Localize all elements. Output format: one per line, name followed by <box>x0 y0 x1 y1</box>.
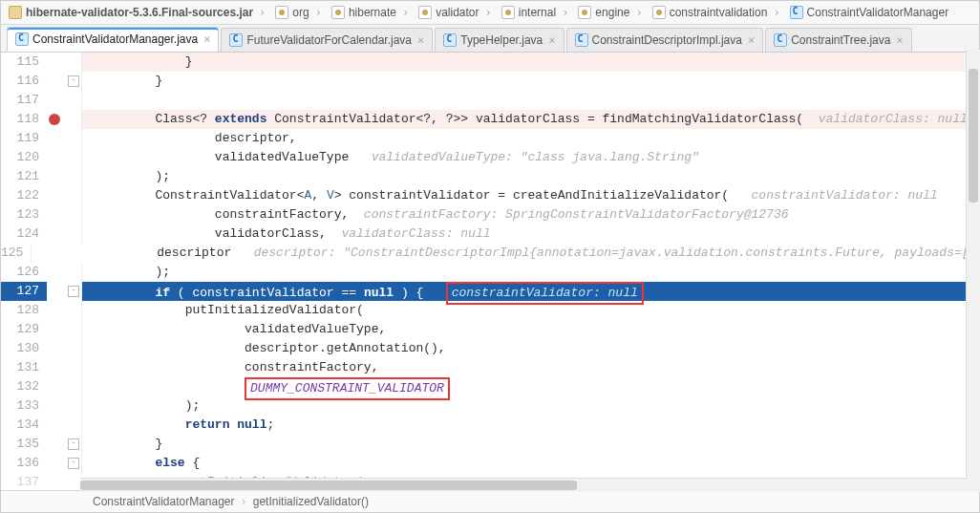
chevron-right-icon: › <box>562 6 568 19</box>
line-number: 132 <box>1 377 47 396</box>
code-line[interactable]: descriptor descriptor: "ConstraintDescri… <box>32 244 979 263</box>
crumb-pkg[interactable]: engine› <box>574 6 648 19</box>
line-number: 129 <box>1 320 47 339</box>
chevron-right-icon: › <box>241 495 247 508</box>
line-number: 124 <box>1 224 47 244</box>
line-number: 131 <box>1 358 47 377</box>
code-line[interactable]: descriptor.getAnnotation(), <box>90 339 979 358</box>
chevron-right-icon: › <box>259 6 266 19</box>
code-line[interactable]: ); <box>90 263 979 282</box>
line-number: 121 <box>1 167 47 186</box>
fold-icon[interactable]: - <box>68 75 79 87</box>
code-line[interactable]: ); <box>90 167 979 186</box>
horizontal-scrollbar[interactable] <box>80 478 967 492</box>
ide-window: hibernate-validator-5.3.6.Final-sources.… <box>0 0 980 513</box>
package-icon <box>275 6 288 19</box>
tab-file[interactable]: FutureValidatorForCalendar.java× <box>221 28 433 52</box>
close-icon[interactable]: × <box>203 32 210 46</box>
status-class[interactable]: ConstraintValidatorManager <box>93 495 235 508</box>
class-icon <box>443 33 457 47</box>
tab-file[interactable]: ConstraintValidatorManager.java× <box>7 27 219 52</box>
code-line[interactable] <box>90 91 979 110</box>
code-line[interactable]: Class<? extends ConstraintValidator<?, ?… <box>90 110 979 129</box>
scrollbar-thumb[interactable] <box>80 481 577 490</box>
crumb-pkg[interactable]: hibernate› <box>328 6 415 19</box>
close-icon[interactable]: × <box>417 33 424 47</box>
code-line[interactable]: else { <box>90 454 979 473</box>
class-icon <box>790 6 803 19</box>
crumb-pkg[interactable]: org› <box>271 6 328 19</box>
class-icon <box>229 33 243 47</box>
line-number: 137 <box>1 473 47 490</box>
crumb-pkg[interactable]: validator› <box>415 6 498 19</box>
inline-hint: constraintFactory: SpringConstraintValid… <box>364 207 789 222</box>
code-line[interactable]: constraintFactory, <box>90 358 979 377</box>
code-line[interactable]: constraintFactory, constraintFactory: Sp… <box>90 205 979 224</box>
line-number: 135 <box>1 435 47 454</box>
class-icon <box>15 32 29 46</box>
code-line[interactable]: validatorClass, validatorClass: null <box>90 224 979 244</box>
line-number: 123 <box>1 205 47 224</box>
class-icon <box>774 33 787 47</box>
line-number: 119 <box>1 129 47 148</box>
fold-icon[interactable]: - <box>68 438 79 450</box>
code-line[interactable]: if ( constraintValidator == null ) { con… <box>90 282 979 301</box>
line-number: 126 <box>1 263 47 282</box>
fold-icon[interactable]: - <box>68 458 79 469</box>
class-icon <box>575 33 588 47</box>
inline-hint: constraintValidator: null <box>452 286 638 300</box>
code-line[interactable]: descriptor, <box>90 129 979 148</box>
chevron-right-icon: › <box>402 6 409 19</box>
tab-file[interactable]: ConstraintTree.java× <box>765 28 912 52</box>
crumb-class[interactable]: ConstraintValidatorManager <box>786 6 953 19</box>
fold-icon[interactable]: - <box>68 286 79 297</box>
code-line[interactable]: DUMMY_CONSTRAINT_VALIDATOR <box>90 377 979 396</box>
package-icon <box>578 6 591 19</box>
code-line[interactable]: } <box>90 72 979 91</box>
package-icon <box>331 6 345 19</box>
code-line[interactable]: validatedValueType validatedValueType: "… <box>90 148 979 167</box>
code-line[interactable]: validatedValueType, <box>90 320 979 339</box>
line-number: 122 <box>1 186 47 205</box>
tab-file[interactable]: ConstraintDescriptorImpl.java× <box>566 28 764 52</box>
line-number: 116 <box>1 72 47 91</box>
editor-tabs: ConstraintValidatorManager.java× FutureV… <box>1 25 979 53</box>
line-number: 127 <box>1 282 47 301</box>
line-number: 117 <box>1 91 47 110</box>
jar-icon <box>9 6 22 19</box>
chevron-right-icon: › <box>773 6 779 19</box>
code-line[interactable]: putInitializedValidator( <box>90 301 979 320</box>
crumb-jar[interactable]: hibernate-validator-5.3.6.Final-sources.… <box>5 6 271 19</box>
code-editor[interactable]: 115 } 116- } 117 118 Class<? extends Con… <box>1 53 979 490</box>
inline-hint: validatorClass: null <box>819 112 968 126</box>
chevron-right-icon: › <box>315 6 322 19</box>
scrollbar-thumb[interactable] <box>969 69 978 203</box>
chevron-right-icon: › <box>635 6 642 19</box>
inline-hint: constraintValidator: null <box>752 188 938 203</box>
inline-hint: descriptor: "ConstraintDescriptorImpl{an… <box>254 246 979 260</box>
code-line[interactable]: ); <box>90 396 979 416</box>
crumb-pkg[interactable]: constraintvalidation› <box>649 6 786 19</box>
line-number: 136 <box>1 454 47 473</box>
code-line[interactable]: return null; <box>90 416 979 435</box>
line-number: 125 <box>1 244 31 263</box>
structure-breadcrumb: ConstraintValidatorManager › getInitiali… <box>1 490 979 512</box>
package-icon <box>652 6 666 19</box>
line-number: 130 <box>1 339 47 358</box>
code-line[interactable]: ConstraintValidator<A, V> constraintVali… <box>90 186 979 205</box>
status-method[interactable]: getInitializedValidator() <box>253 495 369 508</box>
close-icon[interactable]: × <box>548 33 555 47</box>
code-line[interactable]: } <box>90 53 979 72</box>
inline-hint: validatedValueType: "class java.lang.Str… <box>372 150 699 164</box>
line-number: 120 <box>1 148 47 167</box>
close-icon[interactable]: × <box>748 33 755 47</box>
package-icon <box>418 6 432 19</box>
line-number: 115 <box>1 53 47 72</box>
vertical-scrollbar[interactable] <box>966 50 980 492</box>
breakpoint-icon[interactable] <box>49 114 60 125</box>
breadcrumb: hibernate-validator-5.3.6.Final-sources.… <box>1 1 979 25</box>
tab-file[interactable]: TypeHelper.java× <box>435 28 564 52</box>
close-icon[interactable]: × <box>896 33 903 47</box>
code-line[interactable]: } <box>90 435 979 454</box>
crumb-pkg[interactable]: internal› <box>498 6 575 19</box>
